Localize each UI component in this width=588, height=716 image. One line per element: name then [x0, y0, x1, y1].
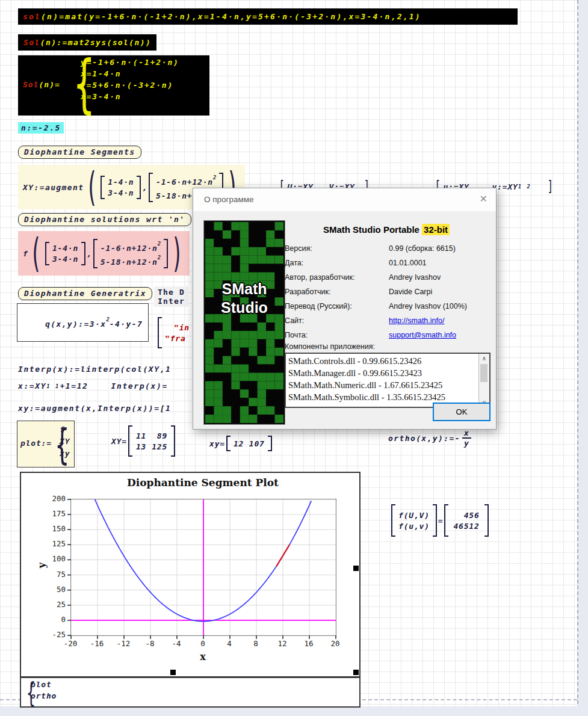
info-row-email: Почта:support@smath.info	[285, 328, 491, 342]
expression-plot-definition[interactable]: plot:= { f XY xy	[17, 421, 75, 468]
plot-def-row-3: xy	[60, 449, 70, 458]
expression-Sol-system[interactable]: Sol(n)= { y=-1+6·n·(-1+2·n) x=1-4·n y=5+…	[18, 55, 209, 116]
component-item[interactable]: SMath.Controls.dll - 0.99.6615.23426	[288, 355, 477, 367]
x-tick-label: -8	[137, 639, 163, 648]
XY-cell-22: 125	[152, 442, 167, 451]
expression-x-assignment[interactable]: x:=XY 1 1 +1=12 Interp(x)=	[18, 381, 168, 390]
dialog-info-rows: Версия:0.99 (сборка: 6615) Дата:01.01.00…	[285, 241, 491, 342]
dialog-title: О программе	[204, 195, 254, 204]
f-mat1-row2: 3-4·n	[52, 255, 78, 264]
matrix-bracket-right	[137, 176, 141, 199]
listbox-scrollbar[interactable]: ∧ ∨	[478, 354, 489, 407]
matrix-bracket-right	[81, 242, 85, 265]
plot-input-region[interactable]: { plot ortho	[20, 677, 361, 708]
components-listbox[interactable]: SMath.Controls.dll - 0.99.6615.23426 SMa…	[285, 353, 491, 408]
expression-xy-result[interactable]: xy= 12 107	[209, 436, 273, 451]
component-item[interactable]: SMath.Math.Symbolic.dll - 1.35.6615.2342…	[288, 391, 477, 403]
interp-eval: Interp(x)=	[111, 381, 168, 390]
y-tick-label: 175	[43, 509, 66, 518]
XY-result-lead: XY=	[111, 437, 127, 446]
expression-XY-result[interactable]: XY= 11 89 13 125	[111, 425, 176, 457]
y-tick-label: 50	[43, 585, 66, 594]
y-tick-label: 100	[43, 554, 66, 563]
matrix-bracket-left	[128, 425, 132, 457]
y-tick-label: 200	[43, 494, 66, 503]
scrollbar-thumb[interactable]	[480, 364, 487, 382]
plot-def-row-1: f	[60, 425, 70, 434]
scroll-up-icon[interactable]: ∧	[479, 354, 489, 363]
close-icon[interactable]: ✕	[480, 193, 487, 205]
plot-title: Diophantine Segment Plot	[70, 477, 335, 489]
matrix-bracket-right	[164, 239, 168, 268]
x-assign-subscript: 1 1	[46, 383, 60, 389]
y-tick-label: 150	[43, 524, 66, 533]
y-tick-label: 125	[43, 539, 66, 548]
page-margin-bottom	[0, 706, 588, 716]
dialog-title-bar[interactable]: О программе ✕	[193, 188, 496, 211]
plot-input-row-1: plot	[31, 680, 57, 689]
matrix-bracket-left	[444, 504, 448, 537]
x-tick-label: -12	[110, 639, 137, 648]
close-paren: )	[173, 233, 181, 273]
expression-fUV-result[interactable]: f(U,V) f(u,v) = 456 46512	[390, 504, 490, 537]
bracket-close: ]	[548, 178, 552, 195]
smath-worksheet: sol(n)=mat(y=-1+6·n·(-1+2·n),x=1-4·n,y=5…	[0, 0, 588, 716]
open-paren: (	[32, 233, 40, 273]
x-tick-label: 20	[322, 639, 348, 648]
expression-string-matrix[interactable]: "in "fra	[158, 317, 193, 348]
matrix-bracket-left	[391, 504, 395, 537]
xy-mat1-row2: 3-4·n	[108, 188, 134, 197]
expression-q-definition[interactable]: q(x,y):=3·x2-4·y-7	[17, 303, 149, 342]
q-pre: q(x,y):=3·x	[45, 319, 107, 329]
ortho-fraction: x y	[462, 428, 471, 448]
matrix-bracket-right	[171, 425, 175, 457]
expression-xy-assignment[interactable]: xy:=augment(x,Interp(x))=[1	[18, 404, 172, 413]
diophantine-plot-region[interactable]: Diophantine Segment Plot y x 20017515012…	[20, 472, 361, 677]
label-diophantine-generatrix[interactable]: Diophantine Generatrix	[18, 287, 152, 300]
system-eq-2: x=1-4·n	[81, 69, 179, 78]
q-post: -4·y-7	[110, 319, 143, 329]
plot-def-row-2: XY	[60, 437, 70, 446]
expression-interp-definition[interactable]: Interp(x):=linterp(col(XY,1	[18, 365, 172, 374]
matrix-bracket-right	[484, 504, 489, 537]
plot-def-lead: plot:=	[20, 439, 52, 448]
matrix-bracket-left	[149, 173, 153, 202]
matrix-bracket-left	[45, 242, 49, 265]
y-tick-label: 75	[43, 570, 66, 579]
expression-sol-definition[interactable]: sol(n)=mat(y=-1+6·n·(-1+2·n),x=1-4·n,y=5…	[18, 8, 518, 25]
matrix-bracket-right	[268, 436, 272, 451]
label-diophantine-solutions[interactable]: Diophantine solutions wrt 'n'	[18, 213, 191, 226]
resize-handle-corner[interactable]	[353, 670, 359, 675]
component-item[interactable]: SMath.Math.Numeric.dll - 1.67.6615.23425	[288, 379, 477, 391]
site-link[interactable]: http://smath.info/	[389, 316, 491, 325]
about-dialog: О программе ✕ SMath Studio SMath Studio …	[193, 188, 497, 430]
ok-button[interactable]: OK	[433, 403, 491, 421]
system-eq-1: y=-1+6·n·(-1+2·n)	[81, 58, 179, 67]
label-diophantine-segments[interactable]: Diophantine Segments	[18, 146, 141, 159]
XY-cell-12: 89	[157, 431, 167, 440]
x-assign-mid: +1=12	[60, 381, 88, 390]
resize-handle-bottom[interactable]	[170, 670, 176, 675]
plot-axes	[70, 499, 336, 636]
xy-augment-lead: XY:=augment	[23, 183, 84, 192]
xy-mat1-row1: 1-4·n	[108, 177, 134, 187]
x-assign-pre: x:=XY	[18, 381, 46, 390]
matrix-bracket-left	[226, 436, 231, 451]
resize-handle-right[interactable]	[353, 566, 359, 571]
matrix-bracket-right	[433, 504, 437, 537]
smath-logo-text: SMath Studio	[205, 280, 283, 317]
note-text[interactable]: The D Inter	[154, 286, 188, 307]
y-tick-label: 25	[43, 600, 66, 609]
components-label: Компоненты приложения:	[285, 342, 375, 351]
f-mat1-row1: 1-4·n	[52, 244, 78, 253]
component-item[interactable]: SMath.Manager.dll - 0.99.6615.23423	[288, 367, 477, 379]
fUV-value-1: 456	[464, 511, 480, 520]
expression-ortho-definition[interactable]: ortho(x,y):=- x y	[388, 428, 471, 448]
x-tick-label: -16	[84, 639, 110, 648]
comma: ,	[142, 183, 147, 192]
x-tick-label: 0	[190, 639, 216, 648]
expression-n-assignment[interactable]: n:=-2.5	[18, 122, 64, 134]
expression-f-solutions[interactable]: f ( 1-4·n 3-4·n , -1-6·n+12·n2 5-18·n+12…	[18, 231, 190, 276]
email-link[interactable]: support@smath.info	[389, 331, 491, 339]
matrix-bracket-left	[93, 239, 97, 268]
